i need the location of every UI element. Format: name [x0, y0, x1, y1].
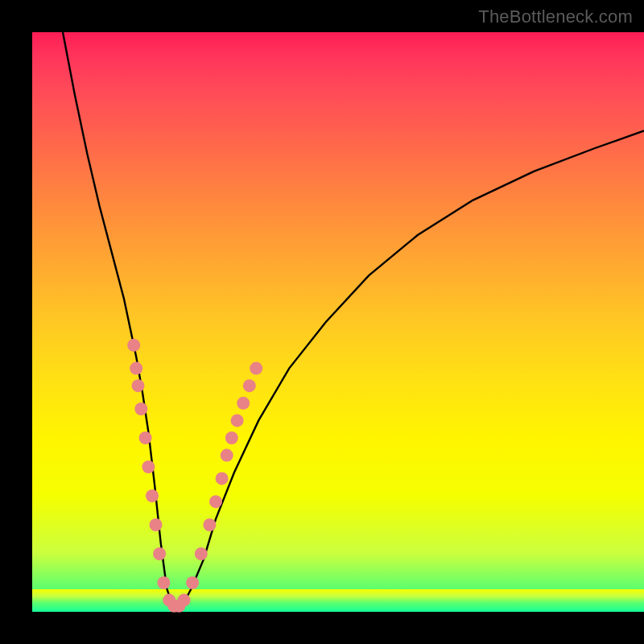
curve-dot [186, 576, 199, 589]
curve-dot [231, 414, 244, 427]
curve-dot [203, 518, 216, 531]
curve-dot [127, 339, 140, 352]
curve-dot [237, 397, 250, 410]
curve-dot [178, 594, 191, 607]
curve-dot [139, 431, 152, 444]
curve-dot [150, 518, 163, 531]
curve-dot [225, 431, 238, 444]
curve-dot [134, 402, 147, 415]
bottleneck-curve-path [63, 32, 644, 606]
plot-area [32, 32, 644, 612]
curve-dot [130, 362, 142, 375]
curve-dot [195, 547, 208, 560]
curve-dot [142, 460, 155, 473]
curve-dot [132, 379, 145, 392]
curve-dot [153, 547, 166, 560]
curve-dot [209, 495, 222, 508]
curve-dot [146, 489, 159, 502]
curve-dot [157, 576, 170, 589]
watermark-text: TheBottleneck.com [478, 6, 633, 27]
curve-dots-group [127, 339, 262, 613]
curve-dot [221, 449, 233, 462]
bottleneck-curve-svg [32, 32, 644, 612]
chart-frame: TheBottleneck.com [0, 0, 644, 644]
curve-dot [250, 362, 262, 375]
curve-dot [216, 472, 229, 485]
curve-dot [243, 379, 256, 392]
